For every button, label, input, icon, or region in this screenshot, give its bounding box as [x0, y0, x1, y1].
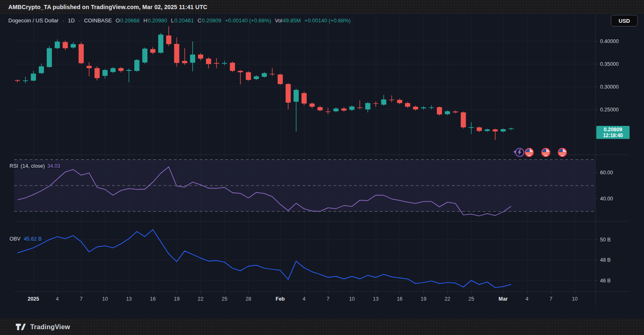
time-tick-label: Mar	[499, 296, 508, 302]
currency-toggle-button[interactable]: USD	[611, 15, 638, 27]
candle-body	[142, 48, 147, 62]
candle-body	[39, 66, 44, 73]
last-price-value: 0.20809	[604, 127, 622, 133]
candle-body	[278, 75, 283, 84]
time-tick-label: 22	[198, 296, 203, 302]
candle-body	[238, 71, 243, 72]
candle-body	[15, 80, 20, 81]
time-tick-label: 7	[80, 296, 82, 302]
chart-canvas[interactable]: 0.400000.350000.300000.2500060.0040.0050…	[0, 14, 644, 319]
obv-tick-label: 48 B	[600, 257, 611, 263]
candle-body	[150, 49, 155, 53]
low-value: L0.20461	[171, 17, 194, 24]
volume-change-value: +0.00140 (+0.68%)	[305, 17, 351, 24]
bar-countdown-timer: 12:18:40	[603, 133, 623, 138]
time-tick-label: 13	[373, 296, 379, 302]
candle	[302, 92, 307, 106]
candle	[461, 111, 466, 128]
candle-body	[429, 107, 434, 108]
us-flag-event-icon[interactable]	[558, 148, 567, 157]
candle-body	[23, 80, 28, 81]
publication-top-bar: AMBCrypto_TA published on TradingView.co…	[0, 0, 644, 14]
candle-body	[222, 63, 227, 64]
candle	[79, 42, 84, 64]
candle-body	[214, 63, 219, 64]
price-tick-label: 0.35000	[600, 61, 619, 67]
candle-body	[110, 68, 115, 72]
time-tick-label: Feb	[276, 296, 285, 302]
obv-current-value: 45.62 B	[24, 236, 41, 242]
candle-body	[469, 127, 474, 128]
rsi-params: (14, close)	[21, 163, 45, 169]
candle	[230, 62, 235, 72]
candle-body	[293, 90, 298, 101]
candle-body	[126, 70, 131, 71]
obv-tick-label: 50 B	[600, 237, 611, 243]
candle-body	[270, 74, 275, 74]
rsi-indicator-legend[interactable]: RSI (14, close) 34.03	[8, 163, 61, 169]
candle-body	[501, 129, 506, 131]
sparkle-icon	[513, 150, 517, 154]
lightning-bolt-icon	[517, 149, 523, 156]
candle	[134, 59, 139, 72]
candle-body	[119, 68, 123, 71]
time-tick-label: 10	[572, 296, 578, 302]
candle-body	[246, 72, 251, 80]
tradingview-logo-icon[interactable]	[15, 323, 26, 331]
candle-body	[310, 104, 315, 107]
rsi-current-value: 34.03	[47, 163, 60, 169]
time-tick-label: 13	[126, 296, 132, 302]
time-tick-label: 2025	[28, 296, 39, 302]
candle	[142, 48, 147, 64]
time-tick-label: 10	[349, 296, 355, 302]
time-tick-label: 7	[327, 296, 329, 302]
candle-body	[47, 48, 52, 67]
us-flag-canton	[542, 149, 546, 152]
chart-area[interactable]: 0.400000.350000.300000.2500060.0040.0050…	[0, 14, 644, 319]
change-value: +0.00140 (+0.68%)	[225, 17, 271, 24]
candle-body	[405, 103, 410, 107]
rsi-tick-label: 60.00	[600, 170, 613, 176]
obv-indicator-legend[interactable]: OBV 45.62 B	[8, 236, 43, 242]
candle	[47, 46, 52, 68]
candle-body	[341, 108, 346, 111]
candle-body	[484, 129, 489, 131]
candle	[158, 33, 163, 54]
us-flag-event-icon[interactable]	[525, 148, 534, 157]
time-tick-label: 28	[245, 296, 251, 302]
symbol-title[interactable]: Dogecoin / US Dollar	[8, 17, 58, 24]
price-tick-label: 0.30000	[600, 84, 619, 90]
time-tick-label: 16	[397, 296, 402, 302]
candle-body	[182, 61, 187, 63]
candle-body	[413, 107, 418, 110]
price-tick-label: 0.40000	[600, 39, 619, 44]
candle-body	[198, 55, 203, 59]
time-tick-label: 4	[56, 296, 59, 302]
candle-body	[421, 107, 426, 108]
us-flag-event-icon[interactable]	[541, 148, 550, 157]
candle-body	[63, 42, 68, 48]
obv-tick-label: 46 B	[600, 278, 611, 284]
time-tick-label: 7	[550, 296, 552, 302]
candle-body	[373, 103, 378, 104]
close-value: C0.20809	[198, 17, 221, 24]
candle-body	[286, 84, 291, 103]
interval-label[interactable]: 1D	[68, 17, 75, 24]
time-tick-label: 22	[445, 296, 450, 302]
candle-body	[302, 93, 307, 104]
candle-body	[102, 70, 107, 76]
candle-body	[55, 42, 60, 48]
candle-body	[31, 74, 36, 81]
candle-body	[317, 107, 322, 111]
obv-title[interactable]: OBV	[10, 236, 20, 242]
footer-brand-text[interactable]: TradingView	[30, 323, 70, 331]
us-flag-canton	[559, 149, 563, 152]
candle-body	[79, 44, 84, 63]
candle-body	[445, 111, 450, 114]
rsi-title[interactable]: RSI	[10, 163, 18, 169]
candle-body	[493, 129, 498, 131]
time-tick-label: 19	[421, 296, 426, 302]
candle-body	[437, 107, 442, 115]
symbol-legend[interactable]: Dogecoin / US Dollar · 1D · COINBASE O0.…	[8, 17, 351, 24]
last-price-label[interactable]: 0.2080912:18:40	[596, 126, 629, 139]
